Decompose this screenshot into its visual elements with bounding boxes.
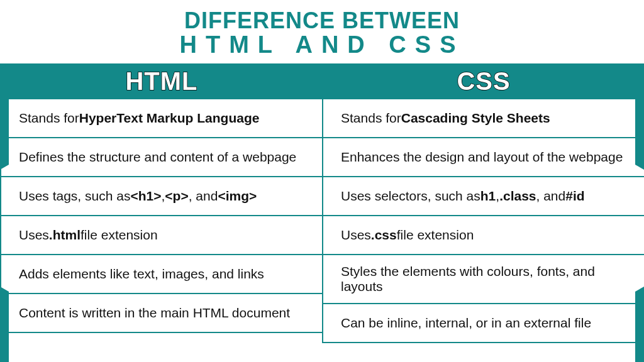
- column-header-html: HTML: [1, 65, 322, 99]
- table-cell: Uses .css file extension: [323, 216, 644, 255]
- column-header-css: CSS: [323, 65, 644, 99]
- corner-decor: [635, 282, 644, 362]
- table-cell: Styles the elements with colours, fonts,…: [323, 255, 644, 304]
- table-cell: Uses selectors, such as h1, .class, and …: [323, 177, 644, 216]
- table-cell: Uses .html file extension: [1, 216, 322, 255]
- table-cell: Enhances the design and layout of the we…: [323, 138, 644, 177]
- table-cell: Stands for HyperText Markup Language: [1, 99, 322, 138]
- table-cell: Adds elements like text, images, and lin…: [1, 255, 322, 294]
- table-cell: Uses tags, such as <h1>, <p>, and <img>: [1, 177, 322, 216]
- page-title: DIFFERENCE BETWEEN HTML AND CSS: [0, 0, 644, 58]
- corner-decor: [635, 64, 644, 175]
- column-header-label: CSS: [457, 67, 510, 95]
- title-line1: DIFFERENCE BETWEEN: [0, 8, 644, 34]
- table-cell: Stands for Cascading Style Sheets: [323, 99, 644, 138]
- comparison-table: HTML Stands for HyperText Markup Languag…: [0, 63, 644, 343]
- table-cell: Content is written in the main HTML docu…: [1, 294, 322, 333]
- table-cell: Can be inline, internal, or in an extern…: [323, 304, 644, 343]
- corner-decor: [0, 282, 9, 362]
- column-html: HTML Stands for HyperText Markup Languag…: [0, 65, 323, 343]
- title-line2: HTML AND CSS: [0, 31, 644, 58]
- column-header-label: HTML: [125, 67, 197, 95]
- table-cell: Defines the structure and content of a w…: [1, 138, 322, 177]
- corner-decor: [0, 64, 9, 175]
- column-css: CSS Stands for Cascading Style Sheets En…: [323, 65, 644, 343]
